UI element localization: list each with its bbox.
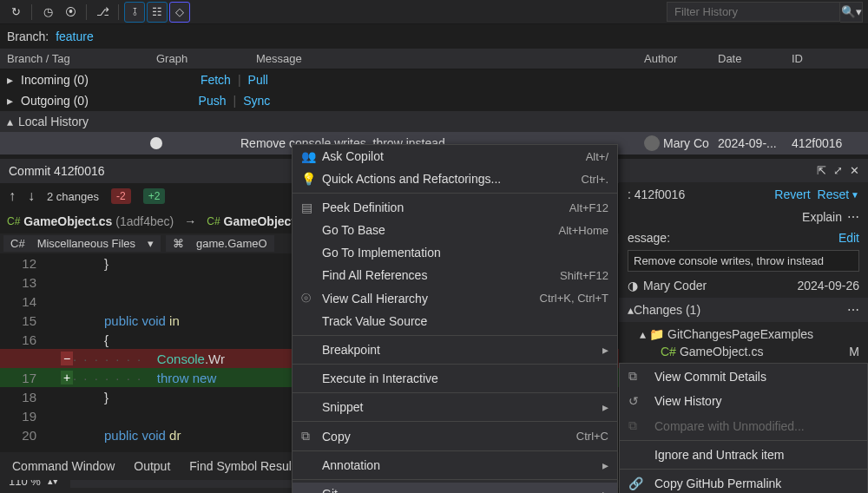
column-headers: Branch / Tag Graph Message Author Date I…	[0, 49, 868, 69]
refresh-icon[interactable]: ↻	[5, 2, 26, 23]
menu-track-value[interactable]: Track Value Source	[293, 310, 617, 332]
minimize-icon[interactable]: ⇱	[817, 164, 826, 177]
project-dropdown[interactable]: C#Miscellaneous Files▾	[3, 235, 161, 252]
menu-copy[interactable]: ⧉CopyCtrl+C	[293, 424, 617, 448]
branch-icon[interactable]: ⎇	[92, 2, 113, 23]
filter-history-input[interactable]	[667, 2, 840, 22]
menu-annotation[interactable]: Annotation▸	[293, 454, 617, 477]
col-graph[interactable]: Graph	[156, 52, 256, 65]
file-tree: ▴📁GitChangesPageExamples C#GameObject.cs…	[619, 322, 868, 364]
file-tab-left[interactable]: C# GameObject.cs (1adf4bec)	[2, 213, 179, 230]
tab-output[interactable]: Output	[125, 456, 179, 477]
message-label: essage:	[628, 231, 670, 245]
col-message[interactable]: Message	[256, 52, 644, 65]
fetch-link[interactable]: Fetch	[201, 73, 231, 87]
message-label-row: essage: Edit	[619, 227, 868, 248]
rp-header: ⇱⤢✕	[619, 159, 868, 182]
expand-icon[interactable]: ▸	[7, 73, 16, 87]
file-row[interactable]: C#GameObject.csM	[628, 343, 859, 360]
file-status: M	[849, 345, 859, 358]
col-branch[interactable]: Branch / Tag	[7, 52, 156, 65]
menu-ask-copilot[interactable]: 👥Ask CopilotAlt+/	[293, 145, 617, 168]
push-link[interactable]: Push	[199, 94, 227, 108]
diff-del-marker: −	[61, 352, 73, 365]
menu-snippet[interactable]: Snippet▸	[293, 396, 617, 418]
message-input[interactable]: Remove console writes, throw instead	[628, 250, 859, 272]
history-icon[interactable]: ◷	[37, 2, 58, 23]
commit-id-label: : 412f0016	[628, 187, 685, 201]
file-hash: (1adf4bec)	[115, 214, 174, 228]
menu-quick-actions[interactable]: 💡Quick Actions and Refactorings...Ctrl+.	[293, 168, 617, 190]
tree-view-icon[interactable]: ☷	[147, 2, 168, 23]
chevron-right-icon: ▸	[602, 400, 608, 414]
menu-git[interactable]: Git▸	[293, 483, 617, 493]
incoming-label: Incoming (0)	[21, 73, 89, 87]
rp-commit-row: : 412f0016 Revert Reset▼	[619, 182, 868, 207]
more-icon[interactable]: ⋯	[847, 210, 859, 224]
menu-view-call-hierarchy[interactable]: ⦾View Call HierarchyCtrl+K, Ctrl+T	[293, 286, 617, 310]
git-submenu: ⧉View Commit Details ↺View History ⧉Comp…	[619, 363, 868, 493]
menu-execute-interactive[interactable]: Execute in Interactive	[293, 367, 617, 390]
explain-button[interactable]: Explain	[802, 210, 842, 224]
chevron-down-icon[interactable]: ▼	[851, 190, 859, 200]
menu-find-references[interactable]: Find All ReferencesShift+F12	[293, 264, 617, 286]
col-id[interactable]: ID	[792, 52, 861, 65]
chevron-right-icon: ▸	[602, 458, 608, 472]
menu-ignore-untrack[interactable]: Ignore and Untrack item	[620, 443, 867, 467]
avatar-icon: ◑	[628, 279, 638, 293]
deletions-badge: -2	[111, 188, 131, 204]
outgoing-row[interactable]: ▸ Outgoing (0) Push | Sync	[0, 90, 868, 111]
revert-link[interactable]: Revert	[774, 187, 810, 201]
csharp-icon: C#	[661, 345, 676, 358]
copy-icon: ⧉	[301, 429, 322, 444]
more-icon[interactable]: ⋯	[847, 303, 859, 317]
changes-header[interactable]: ▴ Changes (1) ⋯	[619, 298, 868, 322]
compare-icon: ⧉	[628, 418, 646, 433]
author-date: 2024-09-26	[797, 279, 859, 293]
file-tab-right[interactable]: C# GameObject.	[201, 213, 304, 230]
reset-link[interactable]: Reset	[818, 187, 850, 201]
commit-id: 412f0016	[792, 136, 861, 150]
file-name: GameObject.	[224, 214, 299, 228]
tag-icon[interactable]: ◇	[169, 2, 190, 23]
prev-change-icon[interactable]: ↑	[9, 188, 16, 204]
collapse-icon[interactable]: ▴	[628, 303, 634, 317]
sync-link[interactable]: Sync	[243, 94, 270, 108]
copilot-icon: 👥	[301, 149, 322, 163]
menu-peek-definition[interactable]: ▤Peek DefinitionAlt+F12	[293, 196, 617, 219]
menu-copy-permalink[interactable]: 🔗Copy GitHub Permalink	[620, 471, 867, 493]
tab-find-symbol[interactable]: Find Symbol Results	[181, 456, 309, 477]
collapse-icon[interactable]: ▴	[640, 327, 646, 341]
hierarchy-icon: ⦾	[301, 291, 322, 306]
menu-view-history[interactable]: ↺View History	[620, 389, 867, 413]
expand-icon[interactable]: ▸	[7, 94, 16, 108]
graph-view-icon[interactable]: ⫱	[124, 2, 145, 23]
local-history-row[interactable]: ▴ Local History	[0, 111, 868, 132]
col-date[interactable]: Date	[718, 52, 792, 65]
collapse-icon[interactable]: ▴	[7, 115, 13, 128]
tab-command-window[interactable]: Command Window	[3, 456, 123, 477]
changes-count: 2 changes	[47, 190, 99, 203]
link-icon: 🔗	[628, 477, 646, 490]
branch-value[interactable]: feature	[56, 30, 94, 43]
next-change-icon[interactable]: ↓	[28, 188, 35, 204]
menu-view-commit-details[interactable]: ⧉View Commit Details	[620, 364, 867, 389]
symbol-dropdown[interactable]: ⌘game.GameO	[166, 235, 274, 252]
branch-label: Branch:	[7, 30, 49, 43]
folder-row[interactable]: ▴📁GitChangesPageExamples	[628, 325, 859, 343]
pull-link[interactable]: Pull	[248, 73, 268, 87]
menu-goto-base[interactable]: Go To BaseAlt+Home	[293, 219, 617, 241]
col-author[interactable]: Author	[644, 52, 718, 65]
menu-breakpoint[interactable]: Breakpoint▸	[293, 339, 617, 361]
checkmark-icon[interactable]: ⦿	[60, 2, 81, 23]
maximize-icon[interactable]: ⤢	[833, 164, 843, 177]
commit-dot-icon	[150, 137, 162, 149]
divider	[86, 4, 87, 20]
edit-link[interactable]: Edit	[838, 231, 859, 245]
incoming-row[interactable]: ▸ Incoming (0) Fetch | Pull	[0, 69, 868, 90]
csharp-icon: C#	[207, 215, 220, 227]
toolbar-right: 🔍▾	[667, 2, 863, 23]
menu-goto-implementation[interactable]: Go To Implementation	[293, 241, 617, 264]
search-icon[interactable]: 🔍▾	[840, 2, 863, 23]
close-icon[interactable]: ✕	[850, 164, 859, 177]
